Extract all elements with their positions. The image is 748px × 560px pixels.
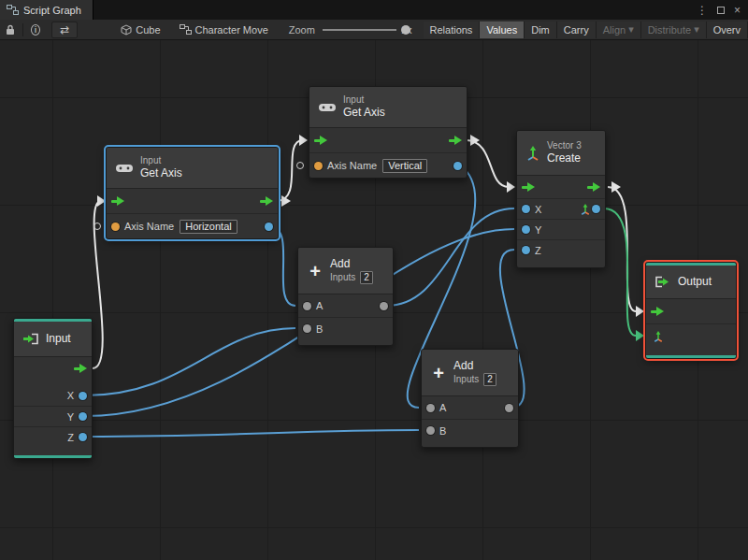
input-a-port[interactable] bbox=[426, 404, 435, 412]
control-input-port[interactable] bbox=[651, 307, 664, 316]
node-header: + Add Inputs 2 bbox=[422, 350, 518, 396]
sum-output-port[interactable] bbox=[380, 302, 388, 310]
port-row: Z bbox=[14, 426, 92, 447]
inputs-count-field[interactable]: 2 bbox=[483, 373, 496, 386]
result-output-port[interactable] bbox=[592, 205, 600, 213]
node-kind: Input bbox=[343, 94, 385, 106]
port-label: X bbox=[535, 204, 541, 215]
axis-name-port[interactable] bbox=[314, 162, 323, 170]
caret-down-icon: ▾ bbox=[628, 23, 634, 36]
wire-arrowhead bbox=[636, 306, 644, 317]
input-b-port[interactable] bbox=[426, 426, 435, 435]
value-output-port[interactable] bbox=[265, 223, 273, 231]
control-input-port[interactable] bbox=[111, 196, 124, 206]
zoom-slider-track[interactable] bbox=[323, 29, 396, 31]
tab-script-graph[interactable]: Script Graph bbox=[0, 0, 94, 20]
port-label: A bbox=[316, 300, 323, 311]
dim-button[interactable]: Dim bbox=[525, 22, 557, 38]
unconnected-port-indicator[interactable] bbox=[94, 223, 101, 230]
output-unit-icon bbox=[654, 276, 671, 288]
z-output-port[interactable] bbox=[79, 433, 87, 441]
input-unit-icon bbox=[22, 333, 39, 345]
axis-name-port[interactable] bbox=[111, 223, 120, 231]
distribute-button[interactable]: Distribute▾ bbox=[641, 22, 707, 38]
window-buttons: ⋮ × bbox=[697, 0, 748, 20]
control-output-port[interactable] bbox=[260, 196, 273, 206]
port-row: Y bbox=[517, 219, 605, 239]
wire-control bbox=[277, 140, 303, 201]
control-output-port[interactable] bbox=[587, 182, 600, 192]
node-header: Input Get Axis bbox=[309, 87, 467, 128]
sum-output-port[interactable] bbox=[505, 404, 513, 412]
relations-button[interactable]: Relations bbox=[424, 22, 481, 38]
carry-button[interactable]: Carry bbox=[557, 22, 597, 38]
node-kind: Input bbox=[140, 155, 182, 166]
node-header: Input Get Axis bbox=[107, 148, 278, 189]
gamepad-icon bbox=[318, 102, 337, 113]
wire-vector-result bbox=[604, 208, 636, 336]
zoom-slider[interactable] bbox=[323, 24, 396, 36]
maximize-icon[interactable] bbox=[717, 5, 725, 16]
dim-label: Dim bbox=[531, 24, 550, 36]
zoom-slider-handle[interactable] bbox=[401, 25, 410, 35]
node-title: Add bbox=[330, 257, 373, 271]
node-add-1[interactable]: + Add Inputs 2 A B bbox=[297, 247, 394, 346]
input-b-port[interactable] bbox=[303, 324, 311, 333]
script-graph-icon bbox=[7, 5, 19, 15]
axis-name-field[interactable]: Horizontal bbox=[180, 220, 237, 234]
close-icon[interactable]: × bbox=[734, 5, 741, 16]
port-row: Axis Name Vertical bbox=[309, 152, 467, 178]
port-row: Z bbox=[517, 239, 605, 260]
breadcrumb: Cube bbox=[121, 24, 160, 36]
port-row: Axis Name Horizontal bbox=[107, 213, 278, 238]
control-output-port[interactable] bbox=[74, 364, 87, 373]
inputs-count-field[interactable]: 2 bbox=[360, 271, 373, 284]
values-label: Values bbox=[486, 24, 517, 36]
toolbar-separator bbox=[22, 23, 23, 36]
align-button[interactable]: Align▾ bbox=[597, 22, 641, 38]
node-graph-input[interactable]: Input X Y Z bbox=[13, 318, 93, 459]
breadcrumb-graph-name[interactable]: Character Move bbox=[195, 24, 268, 36]
connections-icon[interactable]: ⇄ bbox=[51, 22, 78, 38]
carry-label: Carry bbox=[564, 24, 589, 36]
control-input-port[interactable] bbox=[522, 182, 535, 192]
node-graph-output[interactable]: Output bbox=[645, 262, 737, 359]
values-button[interactable]: Values bbox=[480, 22, 525, 38]
unconnected-port-indicator[interactable] bbox=[296, 162, 304, 169]
maximize-box bbox=[717, 7, 725, 14]
control-input-port[interactable] bbox=[314, 136, 327, 145]
axis-name-field[interactable]: Vertical bbox=[382, 159, 427, 173]
toolbar-buttons: Relations Values Dim Carry Align▾ Distri… bbox=[424, 22, 748, 38]
y-input-port[interactable] bbox=[522, 225, 530, 234]
value-output-port[interactable] bbox=[453, 162, 462, 170]
x-input-port[interactable] bbox=[522, 205, 530, 213]
y-output-port[interactable] bbox=[79, 412, 87, 421]
info-icon[interactable]: i bbox=[31, 24, 40, 36]
x-output-port[interactable] bbox=[79, 392, 87, 400]
port-label: Axis Name bbox=[124, 221, 174, 232]
node-get-axis-vertical[interactable]: Input Get Axis Axis Name Vertical bbox=[309, 86, 468, 179]
menu-icon[interactable]: ⋮ bbox=[697, 5, 708, 16]
distribute-label: Distribute bbox=[648, 24, 691, 36]
wire-data bbox=[386, 208, 514, 306]
breadcrumb-object[interactable]: Cube bbox=[136, 24, 160, 36]
teal-accent-bar bbox=[646, 263, 736, 266]
graph-canvas[interactable]: Input Get Axis Axis Name Vertical bbox=[0, 40, 748, 560]
node-add-2[interactable]: + Add Inputs 2 A B bbox=[421, 349, 519, 448]
port-label: Y bbox=[535, 224, 541, 236]
control-row bbox=[517, 176, 605, 198]
inputs-row: Inputs 2 bbox=[330, 271, 373, 284]
overview-button[interactable]: Overv bbox=[707, 22, 748, 38]
window-titlebar: Script Graph ⋮ × bbox=[0, 0, 748, 20]
node-get-axis-horizontal[interactable]: Input Get Axis Axis Name Horizontal bbox=[106, 147, 279, 239]
z-input-port[interactable] bbox=[522, 246, 530, 254]
node-vector3-create[interactable]: Vector 3 Create X bbox=[516, 130, 606, 268]
input-a-port[interactable] bbox=[303, 302, 311, 310]
port-label: Z bbox=[535, 245, 541, 256]
control-output-port[interactable] bbox=[449, 136, 462, 145]
zoom-label: Zoom bbox=[289, 24, 315, 36]
port-label: Z bbox=[67, 432, 74, 443]
wire-arrowhead bbox=[507, 181, 515, 193]
lock-icon[interactable] bbox=[6, 24, 15, 36]
teal-accent-bar bbox=[14, 455, 92, 458]
